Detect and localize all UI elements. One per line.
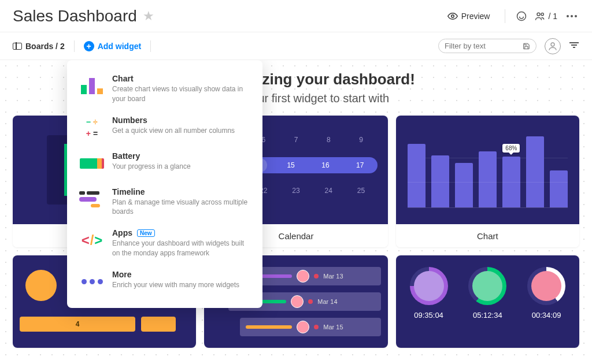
star-icon[interactable]: ★: [143, 9, 154, 24]
calendar-cell: 25: [350, 184, 372, 198]
widget-card-team[interactable]: 09:35:04 05:12:34 00:34:09: [396, 255, 579, 348]
dropdown-item-desc: Enhance your dashboard with widgets buil…: [112, 239, 251, 258]
chat-icon[interactable]: [516, 10, 527, 22]
dropdown-item-timeline[interactable]: Timeline Plan & manage time visually acr…: [67, 181, 262, 223]
timeline-date: Mar 15: [323, 324, 343, 330]
app-root: Sales Dashboard ★ Preview / 1 Boards /: [0, 0, 592, 364]
dropdown-item-title: AppsNew: [112, 228, 251, 237]
user-count-button[interactable]: / 1: [534, 10, 557, 22]
overview-bubble: [25, 270, 57, 301]
status-dot: [314, 325, 319, 329]
svg-point-2: [537, 13, 540, 16]
divider: [505, 9, 505, 23]
avatar-icon: [472, 271, 502, 301]
plus-circle-icon: +: [84, 41, 94, 51]
dropdown-item-desc: Create chart views to visually show data…: [112, 84, 251, 104]
avatar-icon: [414, 271, 444, 301]
boards-button[interactable]: Boards / 2: [13, 42, 65, 51]
page-title: Sales Dashboard: [13, 7, 137, 25]
progress-ring: [410, 267, 448, 305]
svg-point-3: [542, 13, 544, 15]
chart-tooltip: 68%: [502, 144, 520, 153]
avatar-icon: [297, 270, 309, 283]
timeline-date: Mar 13: [323, 273, 343, 280]
toolbar: Boards / 2 + Add widget: [0, 32, 592, 60]
team-time: 09:35:04: [414, 311, 443, 320]
dropdown-item-more[interactable]: More Enrich your view with many more wid…: [67, 264, 262, 300]
timeline-item: Mar 13: [246, 267, 380, 285]
timeline-bar: [246, 325, 292, 329]
avatar-icon: [531, 271, 561, 301]
svg-point-4: [551, 43, 554, 46]
dropdown-item-battery[interactable]: Battery Your progress in a glance: [67, 146, 262, 181]
calendar-cell: 17: [349, 158, 371, 172]
widget-card-chart[interactable]: 68% Chart: [396, 116, 579, 247]
dropdown-item-title: Battery: [112, 151, 251, 161]
header-actions: Preview / 1: [443, 9, 579, 24]
numbers-icon: −÷+=: [79, 116, 105, 140]
dropdown-item-chart[interactable]: Chart Create chart views to visually sho…: [67, 68, 262, 110]
timeline-item: Mar 15: [240, 318, 380, 336]
team-member: 00:34:09: [527, 267, 565, 336]
boards-icon: [13, 43, 22, 50]
more-menu-icon[interactable]: [564, 13, 579, 20]
new-badge: New: [137, 229, 155, 237]
widget-card-label: Chart: [396, 224, 579, 247]
calendar-cell: 16: [314, 158, 336, 172]
dropdown-item-title: Numbers: [112, 116, 251, 125]
team-member: 05:12:34: [468, 267, 506, 336]
more-icon: [79, 270, 105, 294]
overview-bar: [141, 317, 176, 332]
preview-button[interactable]: Preview: [443, 9, 495, 24]
dropdown-item-desc: Enrich your view with many more widgets: [112, 280, 251, 290]
filter-input-wrap[interactable]: [438, 39, 536, 53]
filter-input[interactable]: [445, 42, 523, 50]
main-canvas: Start visualizing your dashboard! Choose…: [0, 60, 592, 364]
team-member: 09:35:04: [410, 267, 448, 336]
calendar-cell: 23: [285, 184, 307, 198]
divider: [150, 40, 151, 52]
avatar-icon: [291, 295, 304, 308]
team-time: 05:12:34: [473, 311, 502, 320]
status-dot: [308, 299, 313, 304]
dropdown-item-title: Chart: [112, 74, 251, 83]
chart-bar: [455, 163, 473, 207]
calendar-cell: 9: [350, 133, 372, 147]
apps-icon: </>: [79, 228, 105, 252]
status-dot: [314, 274, 319, 278]
dropdown-item-apps[interactable]: </> AppsNew Enhance your dashboard with …: [67, 222, 262, 264]
chart-bar: [431, 155, 449, 207]
svg-point-0: [451, 14, 454, 17]
chart-bar: [479, 151, 497, 207]
svg-point-1: [517, 12, 526, 20]
add-widget-button[interactable]: + Add widget: [84, 41, 141, 51]
team-preview: 09:35:04 05:12:34 00:34:09: [396, 255, 579, 348]
eye-icon: [447, 11, 458, 21]
team-time: 00:34:09: [532, 311, 561, 320]
calendar-cell: 8: [317, 133, 339, 147]
chart-bar: [526, 136, 544, 207]
save-icon[interactable]: [523, 42, 530, 50]
header: Sales Dashboard ★ Preview / 1: [0, 0, 592, 32]
calendar-cell: 15: [280, 158, 302, 172]
filter-icon[interactable]: [569, 42, 579, 50]
chart-bar: 68%: [502, 157, 520, 207]
progress-ring: [468, 267, 506, 305]
users-icon: [534, 10, 546, 22]
progress-ring: [527, 267, 565, 305]
overview-bar: 4: [20, 317, 135, 332]
timeline-date: Mar 14: [317, 298, 337, 305]
chart-bar: [408, 144, 426, 207]
chart-preview: 68%: [396, 116, 579, 224]
dropdown-item-numbers[interactable]: −÷+= Numbers Get a quick view on all num…: [67, 110, 262, 146]
timeline-icon: [79, 187, 105, 211]
battery-icon: [79, 151, 105, 176]
dropdown-item-desc: Your progress in a glance: [112, 162, 251, 172]
calendar-cell: 24: [317, 184, 339, 198]
divider: [74, 40, 75, 52]
profile-avatar-icon[interactable]: [545, 38, 561, 54]
calendar-cell: 7: [285, 133, 307, 147]
dropdown-item-desc: Get a quick view on all number columns: [112, 126, 251, 136]
dropdown-item-desc: Plan & manage time visually across multi…: [112, 198, 251, 217]
dropdown-item-title: More: [112, 270, 251, 279]
